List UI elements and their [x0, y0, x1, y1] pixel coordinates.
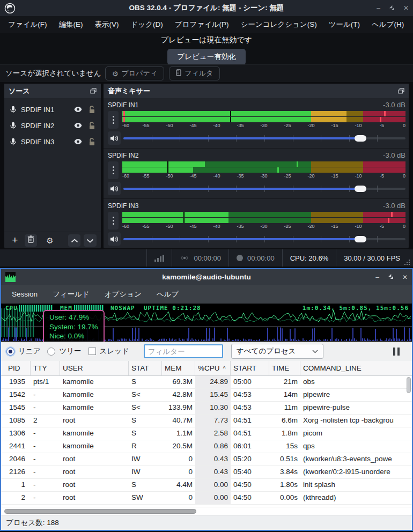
scale-tick-label: -60: [122, 224, 129, 229]
resize-grip[interactable]: [403, 258, 410, 265]
tooltip-system: System: 19.7%: [49, 322, 98, 332]
column-header-tty[interactable]: TTY: [31, 361, 60, 375]
peak-tick: [123, 167, 125, 173]
qps-menu-item-1[interactable]: フィールド: [45, 290, 97, 299]
visibility-eye-icon[interactable]: [73, 138, 83, 145]
add-source-button[interactable]: +: [9, 234, 21, 247]
source-row-1[interactable]: SPDIF IN2: [4, 117, 101, 134]
lock-icon[interactable]: [88, 138, 95, 146]
peak-tick: [123, 218, 125, 223]
scrollbar-thumb[interactable]: [407, 377, 411, 393]
lock-icon[interactable]: [88, 106, 95, 114]
column-header-stat[interactable]: STAT: [129, 361, 162, 375]
source-label: SPDIF IN3: [21, 138, 69, 146]
table-row[interactable]: 2-rootSW00.0004:500.00s(kthreadd): [1, 492, 412, 505]
obs-preview-area: プレビューは現在無効です プレビュー有効化: [0, 33, 413, 64]
source-properties-button[interactable]: ⚙: [43, 234, 56, 247]
channel-options-button[interactable]: [108, 161, 119, 179]
popout-icon[interactable]: [398, 88, 404, 94]
vertical-scrollbar[interactable]: [406, 376, 411, 507]
obs-menu-item-6[interactable]: ツール(T): [323, 16, 366, 33]
filter-input[interactable]: [144, 344, 223, 358]
cell-stat: SW: [129, 492, 162, 504]
source-row-2[interactable]: SPDIF IN3: [4, 134, 101, 150]
enable-preview-button[interactable]: プレビュー有効化: [167, 49, 245, 65]
tree-radio[interactable]: [47, 348, 55, 356]
qps-menu-item-2[interactable]: オプション: [97, 290, 149, 299]
obs-menu-item-1[interactable]: 編集(E): [53, 16, 89, 33]
restore-icon[interactable]: [389, 5, 395, 12]
minimize-icon[interactable]: –: [375, 274, 379, 280]
table-row[interactable]: 2441-kamomileR20.5M0.8606:0115sqps: [1, 440, 412, 453]
volume-slider[interactable]: [123, 134, 405, 143]
scrollbar-thumb[interactable]: [4, 509, 196, 514]
pause-button[interactable]: [393, 348, 400, 356]
linear-radio[interactable]: [6, 348, 14, 356]
column-header-time[interactable]: TIME: [269, 361, 300, 375]
table-row[interactable]: 1542-kamomileS<42.8M15.4504:5314mpipewir…: [1, 389, 412, 402]
volume-slider[interactable]: [123, 184, 405, 193]
scale-tick-label: -5: [380, 173, 384, 179]
table-row[interactable]: 2046-rootIW00.4305:200.51s(kworker/u8:3-…: [1, 453, 412, 466]
scale-tick-label: -60: [122, 123, 129, 128]
obs-menu-item-2[interactable]: 表示(V): [89, 16, 125, 33]
record-time: 00:00:00: [247, 254, 275, 262]
obs-menu-item-0[interactable]: ファイル(F): [2, 16, 53, 33]
table-row[interactable]: 1545-kamomileS<133.9M10.3004:5311mpipewi…: [1, 402, 412, 415]
close-icon[interactable]: ✕: [402, 274, 408, 280]
table-row[interactable]: 1-rootS4.4M0.0004:501.80sinit splash: [1, 479, 412, 492]
horizontal-scrollbar[interactable]: [1, 507, 412, 515]
mute-speaker-button[interactable]: [108, 131, 121, 145]
linear-radio-label[interactable]: リニア: [18, 346, 40, 356]
cell--cpu: 24.89: [195, 376, 231, 388]
column-header--cpu[interactable]: %CPU^: [195, 361, 231, 375]
column-header-user[interactable]: USER: [60, 361, 129, 375]
qps-menu-item-3[interactable]: ヘルプ: [149, 290, 186, 299]
properties-button[interactable]: ⚙ プロパティ: [105, 66, 164, 80]
filters-button[interactable]: フィルタ: [169, 66, 220, 80]
cell-command-line: picom: [300, 427, 412, 440]
channel-options-button[interactable]: [108, 111, 119, 129]
process-filter-select[interactable]: すべてのプロセス: [231, 344, 323, 359]
sources-dock: ソース SPDIF IN1SPDIF IN2SPDIF IN3 + ⚙: [4, 84, 101, 248]
popout-icon[interactable]: [90, 88, 97, 94]
cell-tty: -: [31, 440, 60, 453]
visibility-eye-icon[interactable]: [73, 106, 83, 113]
restore-icon[interactable]: [388, 274, 394, 280]
table-row[interactable]: 2126-rootIW00.4305:403.84s(kworker/0:2-i…: [1, 466, 412, 479]
peak-tick: [123, 111, 125, 116]
remove-source-button[interactable]: [25, 234, 38, 247]
volume-slider-handle[interactable]: [355, 135, 366, 142]
threads-checkbox[interactable]: [88, 348, 96, 355]
scale-tick-label: -50: [166, 123, 173, 128]
column-header-mem[interactable]: MEM: [162, 361, 195, 375]
table-row[interactable]: 1306-kamomileS1.1M2.5804:511.8mpicom: [1, 427, 412, 440]
volume-slider[interactable]: [123, 235, 405, 243]
lock-icon[interactable]: [88, 122, 95, 130]
column-header-pid[interactable]: PID: [1, 361, 31, 375]
volume-slider-handle[interactable]: [355, 236, 366, 242]
threads-checkbox-label[interactable]: スレッド: [100, 346, 129, 356]
tree-radio-label[interactable]: ツリー: [59, 346, 81, 356]
qps-menu-item-0[interactable]: Session: [4, 290, 45, 298]
mute-speaker-button[interactable]: [108, 182, 121, 195]
obs-menu-item-3[interactable]: ドック(D): [125, 16, 169, 33]
obs-menu-item-7[interactable]: ヘルプ(H): [366, 16, 410, 33]
table-row[interactable]: 10852rootS40.7M7.7304:516.6mXorg -nolist…: [1, 415, 412, 427]
column-header-start[interactable]: START: [231, 361, 269, 375]
minimize-icon[interactable]: –: [377, 5, 380, 11]
volume-slider-handle[interactable]: [355, 186, 366, 192]
channel-options-button[interactable]: [108, 212, 119, 230]
obs-menu-item-5[interactable]: シーンコレクション(S): [235, 16, 323, 33]
move-source-up-button[interactable]: [68, 234, 81, 247]
cell--cpu: 2.58: [195, 427, 231, 440]
obs-menu-item-4[interactable]: プロファイル(P): [169, 16, 235, 33]
move-source-down-button[interactable]: [84, 234, 97, 247]
visibility-eye-icon[interactable]: [73, 122, 83, 129]
cell-user: kamomile: [60, 440, 129, 453]
source-row-0[interactable]: SPDIF IN1: [4, 101, 101, 117]
table-row[interactable]: 1935pts/1kamomileS69.3M24.8905:0021mobs: [1, 376, 412, 389]
column-header-command-line[interactable]: COMMAND_LINE: [300, 361, 412, 375]
close-icon[interactable]: ✕: [403, 5, 409, 11]
mute-speaker-button[interactable]: [108, 232, 121, 246]
